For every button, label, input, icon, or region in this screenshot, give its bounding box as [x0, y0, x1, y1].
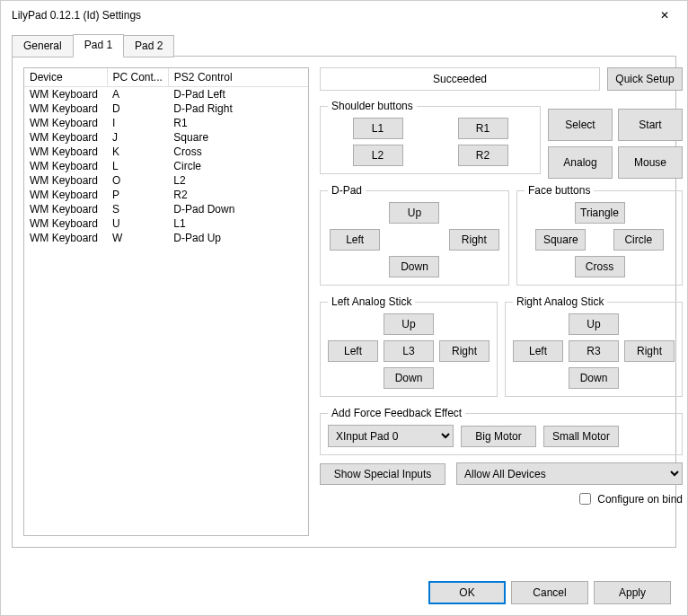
- tab-panel: Device PC Cont... PS2 Control WM Keyboar…: [12, 56, 676, 548]
- ff-device-select[interactable]: XInput Pad 0: [328, 425, 454, 447]
- side-buttons: Select Start Analog Mouse: [548, 109, 683, 179]
- table-row[interactable]: WM KeyboardLCircle: [24, 159, 308, 173]
- table-row[interactable]: WM KeyboardWD-Pad Up: [24, 231, 308, 245]
- table-row[interactable]: WM KeyboardPR2: [24, 188, 308, 202]
- quick-setup-button[interactable]: Quick Setup: [607, 67, 683, 91]
- table-row[interactable]: WM KeyboardIR1: [24, 116, 308, 130]
- select-button[interactable]: Select: [548, 109, 613, 141]
- tab-general[interactable]: General: [12, 35, 74, 57]
- show-special-inputs-button[interactable]: Show Special Inputs: [320, 463, 445, 485]
- bindings-table: Device PC Cont... PS2 Control WM Keyboar…: [24, 68, 308, 245]
- circle-button[interactable]: Circle: [613, 229, 664, 251]
- small-motor-button[interactable]: Small Motor: [543, 426, 619, 447]
- lstick-left-button[interactable]: Left: [328, 340, 378, 362]
- tab-strip: General Pad 1 Pad 2: [12, 34, 687, 57]
- square-button[interactable]: Square: [535, 229, 586, 251]
- lstick-down-button[interactable]: Down: [384, 367, 434, 389]
- shoulder-group: Shoulder buttons L1 R1 L2 R2: [320, 100, 541, 174]
- window-title: LilyPad 0.12.1 (Id) Settings: [12, 9, 141, 22]
- tab-pad1[interactable]: Pad 1: [73, 34, 124, 57]
- dialog-buttons: OK Cancel Apply: [428, 581, 671, 604]
- lstick-up-button[interactable]: Up: [384, 313, 434, 335]
- dpad-group: D-Pad Up Left Right Down: [320, 184, 509, 286]
- rstick-up-button[interactable]: Up: [569, 313, 619, 335]
- table-row[interactable]: WM KeyboardAD-Pad Left: [24, 87, 308, 102]
- rstick-down-button[interactable]: Down: [569, 367, 619, 389]
- l1-button[interactable]: L1: [353, 118, 403, 139]
- titlebar: LilyPad 0.12.1 (Id) Settings ✕: [1, 1, 687, 30]
- rstick-right-button[interactable]: Right: [624, 340, 675, 362]
- dpad-down-button[interactable]: Down: [389, 256, 439, 277]
- bindings-list[interactable]: Device PC Cont... PS2 Control WM Keyboar…: [23, 67, 309, 536]
- l2-button[interactable]: L2: [353, 145, 403, 166]
- table-row[interactable]: WM KeyboardJSquare: [24, 130, 308, 145]
- device-filter-select[interactable]: Allow All Devices: [456, 462, 683, 485]
- dpad-right-button[interactable]: Right: [449, 229, 499, 251]
- col-ps2[interactable]: PS2 Control: [168, 68, 308, 87]
- tab-pad2[interactable]: Pad 2: [123, 35, 174, 57]
- analog-button[interactable]: Analog: [548, 146, 613, 179]
- table-row[interactable]: WM KeyboardKCross: [24, 145, 308, 159]
- dpad-left-button[interactable]: Left: [330, 229, 380, 251]
- configure-on-bind-checkbox[interactable]: [579, 493, 591, 505]
- shoulder-legend: Shoulder buttons: [328, 100, 417, 112]
- rstick-legend: Right Analog Stick: [513, 295, 607, 308]
- r3-button[interactable]: R3: [569, 340, 619, 362]
- force-feedback-group: Add Force Feedback Effect XInput Pad 0 B…: [320, 407, 683, 455]
- face-legend: Face buttons: [525, 184, 594, 197]
- lstick-right-button[interactable]: Right: [439, 340, 490, 362]
- status-box: Succeeded: [320, 67, 600, 91]
- triangle-button[interactable]: Triangle: [575, 202, 625, 224]
- ok-button[interactable]: OK: [428, 581, 506, 604]
- mouse-button[interactable]: Mouse: [618, 146, 683, 179]
- left-stick-group: Left Analog Stick Up Left L3 Right Down: [320, 295, 498, 397]
- dpad-legend: D-Pad: [328, 184, 366, 197]
- configure-on-bind-label[interactable]: Configure on bind: [576, 493, 683, 506]
- start-button[interactable]: Start: [618, 109, 683, 141]
- cross-button[interactable]: Cross: [575, 256, 625, 277]
- col-pc[interactable]: PC Cont...: [107, 68, 168, 87]
- r1-button[interactable]: R1: [458, 118, 508, 139]
- lstick-legend: Left Analog Stick: [328, 295, 415, 308]
- table-row[interactable]: WM KeyboardUL1: [24, 216, 308, 231]
- l3-button[interactable]: L3: [384, 340, 434, 362]
- dpad-up-button[interactable]: Up: [389, 202, 439, 224]
- face-group: Face buttons Triangle Square Circle Cros…: [516, 184, 683, 286]
- col-device[interactable]: Device: [24, 68, 107, 87]
- table-row[interactable]: WM KeyboardOL2: [24, 173, 308, 188]
- close-icon[interactable]: ✕: [653, 5, 676, 25]
- table-row[interactable]: WM KeyboardDD-Pad Right: [24, 101, 308, 116]
- right-stick-group: Right Analog Stick Up Left R3 Right Down: [505, 295, 683, 397]
- ff-legend: Add Force Feedback Effect: [328, 407, 465, 419]
- table-row[interactable]: WM KeyboardSD-Pad Down: [24, 202, 308, 216]
- rstick-left-button[interactable]: Left: [513, 340, 563, 362]
- cancel-button[interactable]: Cancel: [511, 581, 588, 604]
- r2-button[interactable]: R2: [458, 145, 508, 166]
- big-motor-button[interactable]: Big Motor: [461, 426, 536, 447]
- apply-button[interactable]: Apply: [594, 581, 671, 604]
